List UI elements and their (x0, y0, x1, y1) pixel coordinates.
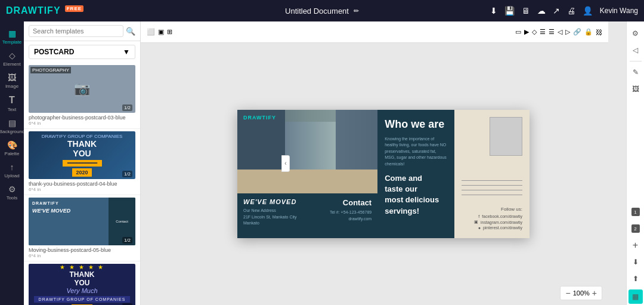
template-icon: ▦ (8, 29, 16, 38)
sidebar-icons: ▦ Template ◇ Element 🖼 Image T Text ▤ Ba… (0, 21, 24, 305)
page-indicator: 1/2 (122, 237, 132, 244)
right-panel-icon-1[interactable]: ⚙ (628, 26, 643, 41)
address-line1: 21F Lincoln St, Mankato City (243, 214, 324, 221)
template-thumb-moved: DRAWTIFY WE'VE MOVED Contact 1/2 (29, 198, 135, 245)
user-icon: 👤 (583, 6, 593, 16)
search-input[interactable] (29, 25, 123, 37)
thank-you-content: DRAWTIFY GROUP OF COMPANIES THANK YOU ━━… (29, 131, 135, 179)
tel-text: Tel #: +54-123-456789 (330, 210, 371, 216)
zoom-out-button[interactable]: − (565, 288, 570, 298)
right-panel-icon-5[interactable]: ⬇ (628, 255, 643, 269)
right-panel-icon-4[interactable]: 🖼 (628, 82, 643, 96)
cloud-icon[interactable]: ☁ (537, 6, 546, 16)
postcard-left: DRAWTIFY WE'VE MOVED Our New Address 21F… (237, 110, 377, 238)
doc-title-area: Untitled Document ✏ (285, 7, 359, 16)
toolbar-r2[interactable]: ▶ (524, 28, 529, 36)
photography-label: PHOTOGRAPHY (30, 67, 71, 73)
moved-text-block: WE'VE MOVED Our New Address 21F Lincoln … (243, 198, 324, 227)
sidebar-item-background[interactable]: ▤ Background (1, 116, 23, 137)
sidebar-item-upload[interactable]: ↑ Upload (1, 160, 23, 181)
we-moved-title: WE'VE MOVED (243, 198, 324, 205)
contact-block: Contact Tel #: +54-123-456789 drawtify.c… (330, 198, 371, 222)
facebook-icon: f (478, 214, 479, 218)
print-icon[interactable]: 🖨 (567, 6, 575, 16)
page-indicator: 1/2 (122, 171, 132, 177)
drawtify-watermark: DRAWTIFY (243, 115, 276, 121)
instagram-line: ▣ instagram.com/drawtiy (462, 220, 522, 224)
chevron-down-icon: ▼ (123, 48, 130, 56)
new-address-label: Our New Address (243, 208, 324, 214)
sidebar-item-element[interactable]: ◇ Element (1, 48, 23, 69)
right-panel-add-page[interactable]: + (628, 238, 643, 252)
zoom-level: 100% (573, 289, 590, 297)
contact-title: Contact (330, 198, 371, 207)
postcard-photo: DRAWTIFY (237, 110, 377, 193)
crop-icon[interactable]: ⬜ (147, 28, 155, 36)
sidebar-item-text[interactable]: T Text (1, 93, 23, 115)
template-label: Moving-business-postcard-05-blue (29, 247, 135, 253)
monitor-icon[interactable]: 🖥 (522, 6, 530, 16)
right-panel-icon-6[interactable]: ⬆ (628, 272, 643, 286)
download-icon[interactable]: ⬇ (490, 6, 497, 16)
toolbar-r9[interactable]: 🔒 (584, 28, 593, 36)
right-panel-icon-7[interactable]: ▦ (628, 289, 643, 304)
office-interior (237, 110, 377, 193)
search-icon[interactable]: 🔍 (126, 27, 135, 36)
list-item[interactable]: ★ ★ ★ ★ ★ THANK YOU Very Much DRAWTIFY G… (24, 261, 140, 305)
photo-placeholder-icon: 📷 (74, 81, 90, 97)
right-panel-page-1[interactable]: 1 (628, 205, 643, 219)
website-text: drawtify.com (330, 216, 371, 223)
image-icon: 🖼 (8, 73, 16, 82)
toolbar-r4[interactable]: ☰ (540, 28, 546, 36)
topbar-actions: ⬇ 💾 🖥 ☁ ↗ 🖨 👤 Kevin Wang (490, 6, 638, 16)
upload-icon: ↑ (10, 162, 14, 172)
list-item[interactable]: DRAWTIFY GROUP OF COMPANIES THANK YOU ━━… (24, 129, 140, 195)
sidebar-item-image[interactable]: 🖼 Image (1, 70, 23, 91)
zoom-bar: − 100% + (560, 286, 602, 300)
right-panel-icon-2[interactable]: ◁ (628, 43, 643, 57)
layout-icon[interactable]: ⊞ (167, 28, 172, 36)
list-item[interactable]: 📷 PHOTOGRAPHY 1/2 photographer-business-… (24, 63, 140, 129)
sidebar-item-palette[interactable]: 🎨 Palette (1, 138, 23, 159)
postcard-canvas[interactable]: DRAWTIFY WE'VE MOVED Our New Address 21F… (237, 110, 530, 238)
sidebar-item-template[interactable]: ▦ Template (1, 26, 23, 47)
template-thumb-thank-you-gold: ★ ★ ★ ★ ★ THANK YOU Very Much DRAWTIFY G… (29, 264, 135, 305)
right-panel-icon-3[interactable]: ✎ (628, 65, 643, 79)
right-panel-page-2[interactable]: 2 (628, 221, 643, 236)
thank-you-gold-content: ★ ★ ★ ★ ★ THANK YOU Very Much DRAWTIFY G… (29, 264, 135, 305)
text-icon: T (9, 95, 15, 106)
come-taste-text: Come and taste our most delicious servin… (385, 173, 447, 217)
template-thumb-thank-you: DRAWTIFY GROUP OF COMPANIES THANK YOU ━━… (29, 131, 135, 179)
palette-icon: 🎨 (7, 140, 17, 150)
pinterest-line: ● pinterest.com/drawtiy (462, 226, 522, 230)
postcard-bottom-bar: WE'VE MOVED Our New Address 21F Lincoln … (237, 193, 377, 238)
facebook-line: f facebook.com/drawtiy (462, 214, 522, 218)
list-item[interactable]: DRAWTIFY WE'VE MOVED Contact 1/2 Moving-… (24, 195, 140, 261)
postcard-middle: Who we are Knowing the importance of hea… (377, 110, 454, 238)
share-icon[interactable]: ↗ (553, 6, 560, 16)
collapse-panel-button[interactable]: ‹ (281, 155, 290, 172)
template-list: 📷 PHOTOGRAPHY 1/2 photographer-business-… (24, 63, 140, 305)
tools-icon: ⚙ (8, 184, 16, 194)
canvas-toolbar: ⬜ ▣ ⊞ ▭ ▶ ◇ ☰ ☰ ◁ ▷ 🔗 🔒 ⛓ (141, 21, 608, 43)
edit-title-icon[interactable]: ✏ (354, 7, 359, 15)
sidebar-item-tools[interactable]: ⚙ Tools (1, 182, 23, 203)
right-panel-separator (630, 61, 642, 61)
canvas-area[interactable]: ⬜ ▣ ⊞ ▭ ▶ ◇ ☰ ☰ ◁ ▷ 🔗 🔒 ⛓ (141, 21, 626, 305)
right-panel: ⚙ ◁ ✎ 🖼 1 2 + ⬇ ⬆ ▦ (626, 21, 644, 305)
toolbar-r3[interactable]: ◇ (532, 28, 537, 36)
template-panel: 🔍 POSTCARD ▼ 📷 PHOTOGRAPHY 1/2 photograp… (24, 21, 141, 305)
save-icon[interactable]: 💾 (504, 6, 515, 16)
who-we-are-description: Knowing the importance of healthy living… (385, 136, 447, 168)
zoom-in-button[interactable]: + (592, 288, 597, 298)
category-dropdown[interactable]: POSTCARD ▼ (29, 45, 135, 59)
toolbar-r10[interactable]: ⛓ (596, 29, 602, 36)
user-name: Kevin Wang (600, 7, 638, 15)
toolbar-r8[interactable]: 🔗 (573, 28, 581, 36)
toolbar-r7[interactable]: ▷ (565, 28, 570, 36)
toolbar-r5[interactable]: ☰ (549, 28, 555, 36)
who-we-are-title: Who we are (385, 118, 447, 131)
toolbar-r1[interactable]: ▭ (515, 28, 521, 36)
grid-icon[interactable]: ▣ (158, 28, 164, 36)
toolbar-r6[interactable]: ◁ (558, 28, 562, 36)
